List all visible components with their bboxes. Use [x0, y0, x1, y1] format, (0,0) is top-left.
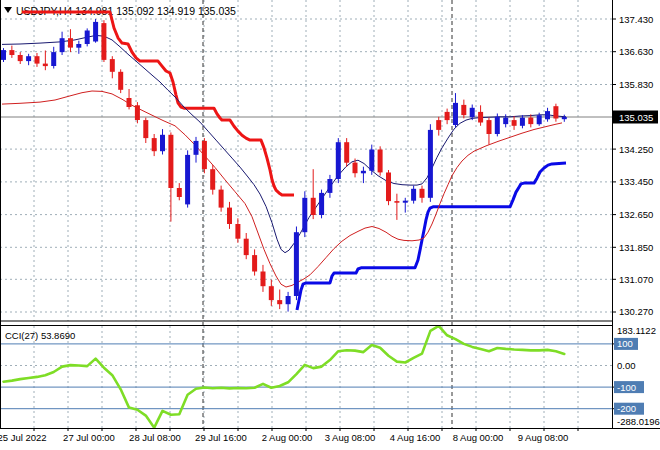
candle-body — [252, 255, 257, 271]
candle-body — [461, 105, 466, 115]
price-axis-label: 133.450 — [619, 176, 653, 187]
price-axis-label: 130.270 — [619, 306, 653, 317]
candle-body — [495, 117, 500, 134]
candle — [344, 138, 349, 167]
candle-body — [35, 56, 40, 63]
current-price-label: 135.035 — [619, 112, 653, 123]
time-axis-label: 29 Jul 16:00 — [195, 432, 247, 443]
candle — [302, 191, 307, 237]
price-axis-label: 135.830 — [619, 79, 653, 90]
candle-body — [453, 103, 458, 125]
price-axis-label: 132.650 — [619, 209, 653, 220]
candle-body — [210, 169, 215, 190]
candle — [202, 138, 207, 173]
candle-body — [537, 115, 542, 124]
time-axis-label: 9 Aug 08:00 — [518, 432, 569, 443]
candle — [101, 20, 106, 62]
price-axis-label: 134.250 — [619, 144, 653, 155]
cci-zero-label: 0.00 — [617, 360, 636, 371]
candle-body — [369, 150, 374, 171]
candle — [319, 190, 324, 219]
candle-body — [286, 296, 291, 304]
candle-body — [411, 189, 416, 201]
candle-body — [43, 64, 48, 67]
candle-body — [562, 117, 567, 119]
candle-body — [118, 72, 123, 90]
candle-body — [545, 111, 550, 119]
candle-body — [194, 141, 199, 155]
candle-body — [85, 31, 90, 45]
candle-body — [160, 135, 165, 151]
candle-body — [261, 272, 266, 287]
candle-body — [9, 50, 14, 55]
candle-body — [503, 118, 508, 125]
candle-body — [470, 108, 475, 117]
candle-body — [302, 198, 307, 232]
candle-body — [436, 120, 441, 130]
candle-body — [143, 120, 148, 138]
candle-body — [553, 106, 558, 118]
candle-body — [386, 173, 391, 202]
candle-body — [235, 224, 240, 239]
candle — [93, 19, 98, 43]
price-axis-label: 131.070 — [619, 274, 653, 285]
candle-body — [185, 155, 190, 205]
price-axis-label: 136.630 — [619, 46, 653, 57]
cci-min-label: -288.0196 — [617, 416, 660, 427]
candle-body — [202, 141, 207, 169]
candle-body — [168, 135, 173, 188]
candle — [118, 69, 123, 93]
cci-label: CCI(27) 53.8690 — [5, 330, 75, 341]
candle-body — [127, 98, 132, 107]
candle-body — [60, 38, 65, 52]
candle-body — [520, 118, 525, 126]
candle-body — [319, 193, 324, 215]
cci-max-label: 183.1122 — [617, 325, 656, 336]
candle-body — [336, 142, 341, 179]
candle-body — [110, 59, 115, 72]
candle-body — [277, 300, 282, 304]
time-axis-label: 8 Aug 00:00 — [453, 432, 504, 443]
candle-body — [353, 163, 358, 174]
candle-body — [93, 22, 98, 42]
candle-body — [327, 179, 332, 193]
time-axis-label: 2 Aug 00:00 — [262, 432, 313, 443]
time-axis-label: 27 Jul 00:00 — [63, 432, 115, 443]
candle — [428, 124, 433, 202]
chart-background — [0, 0, 660, 450]
candle-body — [68, 38, 73, 47]
cci-level-label: -100 — [617, 382, 636, 393]
candle-body — [420, 189, 425, 198]
time-axis-label: 3 Aug 08:00 — [325, 432, 376, 443]
candle-body — [378, 150, 383, 173]
mt4-chart-window: USDJPY,H4 134.981 135.092 134.919 135.03… — [0, 0, 660, 450]
candle — [185, 150, 190, 207]
candle-body — [152, 138, 157, 151]
candle-body — [1, 50, 6, 60]
candle — [386, 170, 391, 205]
candle — [495, 114, 500, 137]
candle-body — [294, 232, 299, 296]
candle-body — [487, 120, 492, 134]
cci-level-label: 100 — [617, 338, 633, 349]
candle — [85, 28, 90, 46]
candle-body — [403, 201, 408, 203]
candle-body — [478, 112, 483, 123]
candle-body — [244, 239, 249, 255]
candle-body — [76, 44, 81, 48]
candle-body — [344, 142, 349, 163]
price-axis-label: 137.430 — [619, 14, 653, 25]
candle-body — [219, 190, 224, 208]
candle-body — [18, 55, 23, 61]
candle-body — [51, 52, 56, 66]
candle-body — [428, 130, 433, 198]
candle-body — [101, 23, 106, 60]
time-axis-label: 25 Jul 2022 — [0, 432, 47, 443]
candle — [294, 227, 299, 301]
candle-body — [177, 188, 182, 197]
candle-body — [361, 171, 366, 174]
candle-body — [227, 208, 232, 224]
usdjpy-h4-chart[interactable]: USDJPY,H4 134.981 135.092 134.919 135.03… — [0, 0, 660, 450]
candle — [378, 146, 383, 175]
candle-body — [135, 105, 140, 120]
